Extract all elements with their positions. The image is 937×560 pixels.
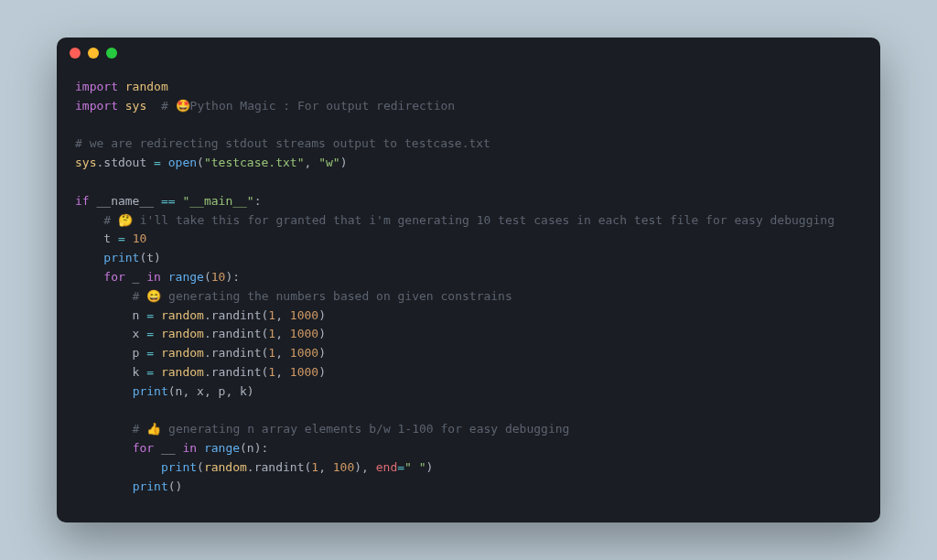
string: "testcase.txt" — [204, 156, 305, 169]
titlebar — [57, 38, 880, 69]
attr: .stdout — [96, 156, 146, 169]
comment: # we are redirecting stdout streams outp… — [75, 136, 490, 150]
number: 10 — [211, 270, 226, 284]
code-editor[interactable]: import random import sys # 🤩Python Magic… — [57, 69, 880, 522]
builtin: print — [103, 251, 139, 264]
operator: = — [146, 156, 167, 169]
string: "w" — [318, 156, 339, 169]
module: random — [125, 80, 168, 93]
keyword: for — [103, 270, 124, 284]
builtin: open — [168, 156, 197, 169]
module: sys — [75, 156, 96, 169]
comment: # 👍 generating n array elements b/w 1-10… — [75, 422, 569, 436]
zoom-icon[interactable] — [106, 48, 117, 59]
keyword: in — [146, 270, 161, 284]
builtin: print — [133, 479, 168, 493]
keyword: in — [182, 441, 197, 455]
builtin: print — [161, 460, 197, 474]
string: "__main__" — [176, 194, 254, 208]
minimize-icon[interactable] — [88, 48, 99, 59]
number: 10 — [133, 232, 147, 245]
paren: ( — [197, 156, 204, 169]
comment: # 😄 generating the numbers based on give… — [75, 289, 512, 303]
comment: # 🤩Python Magic : For output redirection — [146, 99, 455, 113]
keyword: import — [75, 99, 118, 113]
close-icon[interactable] — [70, 48, 81, 59]
builtin: print — [133, 384, 168, 398]
keyword: import — [75, 80, 118, 93]
keyword: if — [75, 194, 90, 208]
module: sys — [125, 99, 146, 113]
code-window: import random import sys # 🤩Python Magic… — [57, 38, 880, 522]
comment: # 🤔 i'll take this for granted that i'm … — [75, 213, 835, 227]
keyword: for — [133, 441, 154, 455]
